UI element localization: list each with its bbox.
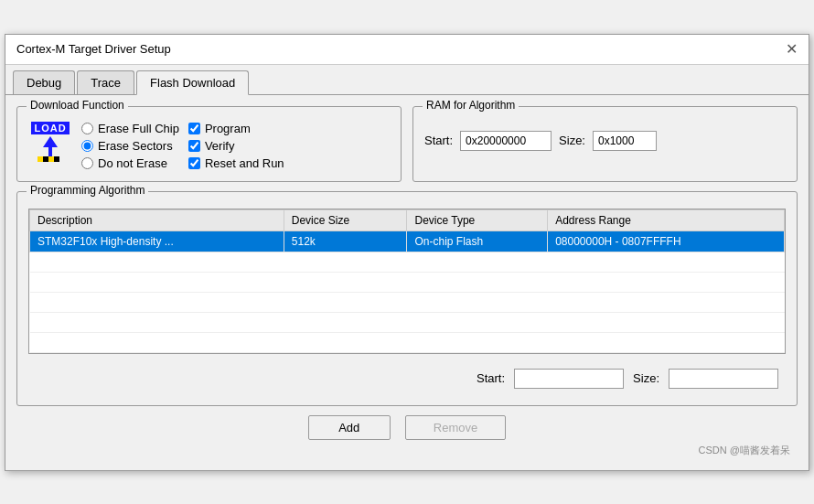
- svg-rect-3: [48, 156, 54, 162]
- start-input[interactable]: [460, 131, 552, 151]
- load-icon: LOAD: [28, 120, 72, 164]
- checkbox-options: Program Verify Reset and Run: [188, 122, 284, 170]
- do-not-erase-radio[interactable]: [81, 157, 93, 169]
- do-not-erase-label: Do not Erase: [98, 156, 167, 170]
- empty-row-2: [30, 272, 785, 292]
- radio-do-not-erase[interactable]: Do not Erase: [81, 156, 179, 170]
- verify-checkbox[interactable]: [188, 140, 200, 152]
- erase-sectors-label: Erase Sectors: [98, 139, 173, 153]
- col-address-range: Address Range: [548, 209, 785, 231]
- erase-full-chip-label: Erase Full Chip: [98, 122, 179, 135]
- download-inner: LOAD: [28, 120, 390, 170]
- verify-label: Verify: [205, 139, 235, 153]
- checkbox-verify[interactable]: Verify: [188, 139, 284, 153]
- program-checkbox[interactable]: [188, 123, 200, 134]
- title-bar: Cortex-M Target Driver Setup ✕: [5, 35, 809, 65]
- algorithm-table: Description Device Size Device Type Addr…: [29, 209, 785, 353]
- size-label: Size:: [559, 134, 585, 147]
- tab-debug[interactable]: Debug: [13, 70, 75, 94]
- col-device-type: Device Type: [407, 209, 548, 231]
- top-section: Download Function LOAD: [16, 106, 798, 191]
- tab-flash-download[interactable]: Flash Download: [136, 70, 249, 95]
- main-window: Cortex-M Target Driver Setup ✕ Debug Tra…: [5, 34, 809, 471]
- ram-inner: Start: Size:: [424, 131, 786, 151]
- svg-rect-2: [43, 156, 48, 162]
- radio-erase-sectors[interactable]: Erase Sectors: [81, 139, 179, 153]
- empty-row-3: [30, 292, 785, 312]
- buttons-row: Add Remove: [16, 415, 798, 440]
- checkbox-reset-run[interactable]: Reset and Run: [188, 156, 284, 170]
- watermark: CSDN @喵酱发着呆: [16, 440, 798, 459]
- cell-description: STM32F10x High-density ...: [30, 231, 284, 252]
- ram-algorithm-group: RAM for Algorithm Start: Size:: [412, 106, 798, 182]
- main-content: Download Function LOAD: [5, 95, 809, 470]
- radio-erase-full[interactable]: Erase Full Chip: [81, 122, 179, 135]
- download-function-title: Download Function: [27, 99, 128, 112]
- col-device-size: Device Size: [284, 209, 407, 231]
- algo-size-label: Size:: [633, 371, 659, 385]
- program-label: Program: [205, 122, 251, 135]
- empty-row-1: [30, 252, 785, 272]
- close-button[interactable]: ✕: [786, 42, 798, 57]
- start-label: Start:: [424, 134, 453, 147]
- load-text: LOAD: [31, 122, 69, 134]
- algo-start-label: Start:: [477, 371, 505, 385]
- table-header-row: Description Device Size Device Type Addr…: [30, 209, 785, 231]
- algo-bottom: Start: Size:: [28, 363, 786, 394]
- algorithm-table-wrapper: Description Device Size Device Type Addr…: [28, 209, 786, 354]
- radio-options: Erase Full Chip Erase Sectors Do not Era…: [81, 122, 179, 170]
- add-button[interactable]: Add: [308, 415, 391, 440]
- tab-trace[interactable]: Trace: [77, 70, 134, 94]
- size-input[interactable]: [593, 131, 657, 151]
- window-title: Cortex-M Target Driver Setup: [16, 42, 171, 56]
- load-graphic: [32, 134, 69, 162]
- tab-bar: Debug Trace Flash Download: [5, 65, 809, 95]
- reset-and-run-label: Reset and Run: [205, 156, 284, 170]
- table-row[interactable]: STM32F10x High-density ... 512k On-chip …: [30, 231, 785, 252]
- empty-row-5: [30, 332, 785, 352]
- svg-rect-4: [54, 156, 59, 162]
- ram-algorithm-title: RAM for Algorithm: [423, 99, 519, 112]
- svg-rect-1: [37, 156, 43, 162]
- download-function-group: Download Function LOAD: [16, 106, 402, 182]
- erase-full-chip-radio[interactable]: [81, 123, 93, 134]
- algo-start-input[interactable]: [514, 369, 624, 389]
- programming-algorithm-title: Programming Algorithm: [27, 184, 148, 197]
- checkbox-program[interactable]: Program: [188, 122, 284, 135]
- remove-button[interactable]: Remove: [405, 415, 506, 440]
- algo-size-input[interactable]: [669, 369, 778, 389]
- cell-device-type: On-chip Flash: [407, 231, 548, 252]
- erase-sectors-radio[interactable]: [81, 140, 93, 152]
- programming-algorithm-group: Programming Algorithm Description Device…: [16, 191, 798, 406]
- cell-device-size: 512k: [284, 231, 407, 252]
- cell-address-range: 08000000H - 0807FFFFH: [548, 231, 785, 252]
- empty-row-4: [30, 312, 785, 332]
- col-description: Description: [30, 209, 284, 231]
- reset-and-run-checkbox[interactable]: [188, 157, 200, 169]
